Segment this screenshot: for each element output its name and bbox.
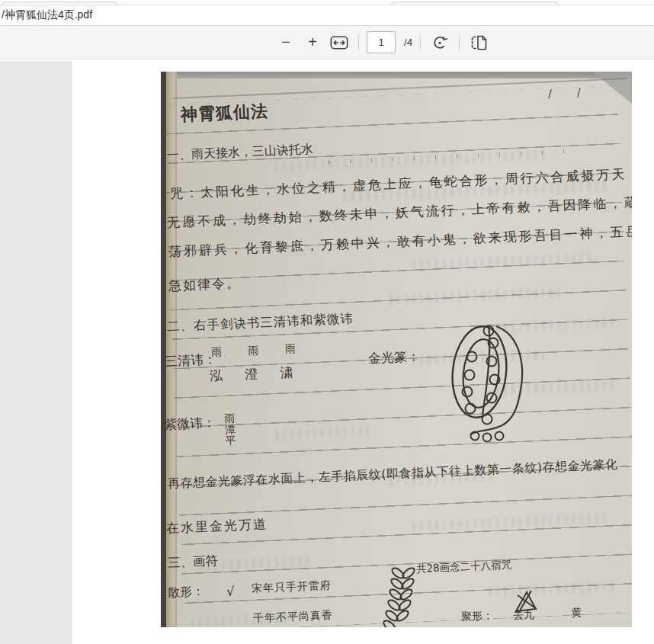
jinguang-label: 金光篆： xyxy=(367,348,420,367)
talisman-braid-drawing xyxy=(380,566,420,627)
browser-tab-strip xyxy=(0,0,654,5)
pdf-viewer: / / 神霄狐仙法 一、雨天接水，三山诀托水 咒：太阳化生，水位之精，虚危上应，… xyxy=(0,61,654,644)
page-view-button[interactable] xyxy=(467,31,490,54)
toolbar-controls: − + /4 xyxy=(274,31,490,54)
incantation-line: 急如律令。 xyxy=(168,274,241,295)
handwritten-title: 神霄狐仙法 xyxy=(180,100,268,127)
page-count-label: /4 xyxy=(404,37,412,48)
left-gutter xyxy=(0,61,72,644)
toolbar-divider xyxy=(358,35,359,50)
toolbar-divider xyxy=(459,35,460,50)
pdf-toolbar: − + /4 xyxy=(0,26,654,59)
pdf-title-bar: /神霄狐仙法4页.pdf xyxy=(0,5,654,26)
ziwei-glyph-part: 平 xyxy=(225,435,236,447)
browser-tab[interactable] xyxy=(2,2,117,6)
check-mark: √ xyxy=(226,584,236,599)
juxing-label: 聚形： xyxy=(461,609,494,624)
talisman-triangle-drawing xyxy=(510,588,540,614)
sanxing-label: 散形： xyxy=(168,584,205,601)
ziwei-label: 紫微讳： xyxy=(163,414,216,434)
rotate-button[interactable] xyxy=(428,31,451,54)
zoom-out-button[interactable]: − xyxy=(274,31,297,54)
corner-pen-marks: / / xyxy=(548,85,592,101)
rotate-icon xyxy=(431,34,449,52)
fit-to-width-icon xyxy=(330,36,348,50)
page-view-icon xyxy=(470,34,488,51)
scanned-page-photo: / / 神霄狐仙法 一、雨天接水，三山诀托水 咒：太阳化生，水位之精，虚危上应，… xyxy=(161,72,632,627)
ziwei-glyph-part: 雨 xyxy=(224,412,236,424)
jinguang-sigil-drawing xyxy=(444,317,545,445)
browser-tab[interactable] xyxy=(391,2,559,6)
page-number-input[interactable] xyxy=(367,31,396,53)
toolbar-divider xyxy=(420,35,421,50)
section-3-heading: 三、画符 xyxy=(168,553,219,572)
document-title: /神霄狐仙法4页.pdf xyxy=(2,8,92,22)
fit-to-width-button[interactable] xyxy=(328,31,351,54)
photo-top-edge xyxy=(161,72,632,78)
ziwei-glyph-stack: 雨 潭 平 xyxy=(224,412,236,447)
zoom-in-button[interactable]: + xyxy=(301,31,324,54)
